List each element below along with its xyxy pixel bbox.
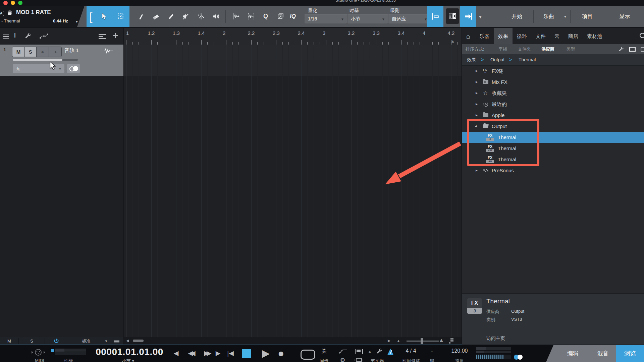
wrench-icon[interactable]: [619, 47, 624, 54]
loop-button[interactable]: [301, 350, 315, 360]
paint-tool[interactable]: [165, 10, 177, 23]
start-page-button[interactable]: 开始: [502, 6, 531, 27]
browser-tab-4[interactable]: 云: [550, 28, 564, 44]
punch-icon[interactable]: [354, 357, 364, 362]
list-icon[interactable]: [114, 339, 119, 345]
tempo-automation-icon[interactable]: [339, 349, 347, 356]
sync-state[interactable]: 关: [317, 348, 331, 355]
song-page-button[interactable]: 乐曲: [535, 6, 562, 27]
quantize-q-tool[interactable]: Q: [260, 10, 272, 23]
chevron-down-icon[interactable]: ▼: [75, 20, 78, 23]
browse-page-button[interactable]: 浏览: [616, 345, 644, 362]
edit-page-button[interactable]: 编辑: [556, 345, 590, 362]
tempo-value[interactable]: 120.00: [446, 348, 473, 354]
add-track-icon[interactable]: +: [113, 30, 118, 41]
track-layout-icon[interactable]: [99, 34, 106, 40]
wrench-icon[interactable]: [25, 33, 32, 41]
gear-icon[interactable]: ⚙: [340, 357, 345, 362]
stereo-mode-toggle[interactable]: [67, 64, 80, 73]
automation-icon[interactable]: [40, 33, 48, 41]
play-button[interactable]: ▶: [262, 345, 270, 361]
return-to-start-button[interactable]: |◀: [227, 345, 234, 362]
rewind-button[interactable]: ◀◀: [188, 345, 193, 362]
chevron-down-icon[interactable]: ▼: [105, 340, 108, 343]
zoom-window-icon[interactable]: [18, 1, 22, 5]
time-unit-label[interactable]: 小节 ▾: [118, 358, 138, 362]
browser-tab-3[interactable]: 文件: [531, 28, 550, 44]
minimize-window-icon[interactable]: [11, 1, 15, 5]
range-tool[interactable]: [115, 10, 127, 23]
listen-tool[interactable]: [210, 10, 222, 23]
browser-tab-6[interactable]: 素材池: [583, 28, 606, 44]
song-options-chevron-icon[interactable]: ▼: [564, 15, 567, 18]
sort-option-3[interactable]: 类型: [566, 44, 575, 54]
breadcrumb-item[interactable]: Thermal: [519, 54, 536, 65]
browser-tab-2[interactable]: 循环: [513, 28, 531, 44]
automation-mode-select[interactable]: 标准: [69, 337, 104, 345]
audio-bend-tool[interactable]: [230, 10, 242, 23]
timeline-ruler[interactable]: 11.21.31.422.22.32.433.23.33.444.2: [124, 28, 462, 45]
power-icon[interactable]: [54, 338, 59, 345]
ruler-zoom-handle-icon[interactable]: ▲: [451, 39, 455, 44]
panel-view-icon[interactable]: [629, 47, 636, 53]
expand-arrow-icon[interactable]: ▸: [476, 99, 478, 110]
precount-icon[interactable]: ●: [368, 349, 371, 355]
track-insert-select[interactable]: 无▼: [13, 64, 64, 73]
sort-option-1[interactable]: 文件夹: [518, 44, 531, 54]
sort-option-0[interactable]: 平铺: [498, 44, 507, 54]
time-display[interactable]: 00001.01.01.00: [93, 347, 166, 357]
previous-bar-button[interactable]: ◀: [174, 345, 179, 362]
next-bar-button[interactable]: ▶: [216, 345, 221, 362]
track-lane-lower[interactable]: [124, 60, 462, 76]
autoscroll-options-chevron-icon[interactable]: ▼: [478, 15, 482, 19]
eraser-tool[interactable]: [150, 10, 162, 23]
track-volume-slider[interactable]: [13, 59, 78, 61]
track-name[interactable]: 音轨 1: [64, 47, 79, 54]
tree-item-收藏夹[interactable]: ▸☆收藏夹: [462, 87, 644, 99]
tree-item-Mix FX[interactable]: ▸Mix FX: [462, 76, 644, 87]
master-solo-button[interactable]: S: [19, 337, 45, 345]
monitor-button[interactable]: ◑: [49, 47, 61, 57]
track-header[interactable]: 1 M S ● ◑ 音轨 1 无▼: [0, 45, 123, 76]
mod-param-value[interactable]: 0.44 Hz: [53, 18, 68, 23]
home-icon[interactable]: ⌂: [466, 28, 470, 44]
browser-tab-5[interactable]: 商店: [564, 28, 583, 44]
key-value[interactable]: -: [427, 348, 437, 354]
visit-homepage-link[interactable]: 访问主页: [486, 336, 505, 342]
show-page-button[interactable]: 显示: [605, 6, 644, 27]
fast-forward-button[interactable]: ▶▶: [204, 345, 209, 362]
zoom-preset-icon[interactable]: [449, 338, 453, 345]
stop-button[interactable]: [242, 349, 251, 358]
macro-tool[interactable]: [274, 10, 286, 23]
mix-page-button[interactable]: 混音: [590, 345, 616, 362]
inspector-icon[interactable]: i: [14, 32, 16, 39]
breadcrumb-root[interactable]: 效果: [467, 54, 476, 65]
marker-flag-icon[interactable]: [354, 349, 364, 356]
zoom-slider-handle[interactable]: [421, 338, 423, 344]
mute-tool[interactable]: [180, 10, 192, 23]
metronome-icon[interactable]: [386, 348, 394, 357]
sort-option-2[interactable]: 供应商: [541, 44, 554, 54]
expand-arrow-icon[interactable]: ▸: [476, 65, 478, 76]
pin-icon[interactable]: [641, 47, 644, 53]
snap-enable-button[interactable]: [427, 6, 443, 27]
performance-meter[interactable]: [55, 349, 86, 352]
autoscroll-button[interactable]: [460, 6, 476, 27]
scroll-left-icon[interactable]: ◀: [126, 339, 129, 343]
snap-mode-select[interactable]: 自适应▼: [388, 14, 430, 23]
arrow-tool[interactable]: [98, 10, 110, 23]
timestretch-tool[interactable]: [245, 10, 257, 23]
record-button[interactable]: ●: [278, 345, 284, 361]
master-mute-button[interactable]: M: [0, 337, 18, 345]
project-page-button[interactable]: 项目: [572, 6, 603, 27]
mute-button[interactable]: M: [12, 47, 25, 57]
browser-tab-1[interactable]: 效果: [494, 28, 513, 44]
scrollbar-handle[interactable]: [133, 340, 144, 342]
expand-arrow-icon[interactable]: ▸: [476, 87, 478, 99]
iq-toggle[interactable]: IQ: [290, 6, 296, 27]
search-icon[interactable]: [639, 33, 644, 41]
wrench-icon[interactable]: [376, 348, 383, 356]
track-list-empty-area[interactable]: [0, 76, 123, 337]
quantize-select[interactable]: 1/16▼: [305, 14, 347, 23]
track-lane[interactable]: [124, 45, 462, 60]
